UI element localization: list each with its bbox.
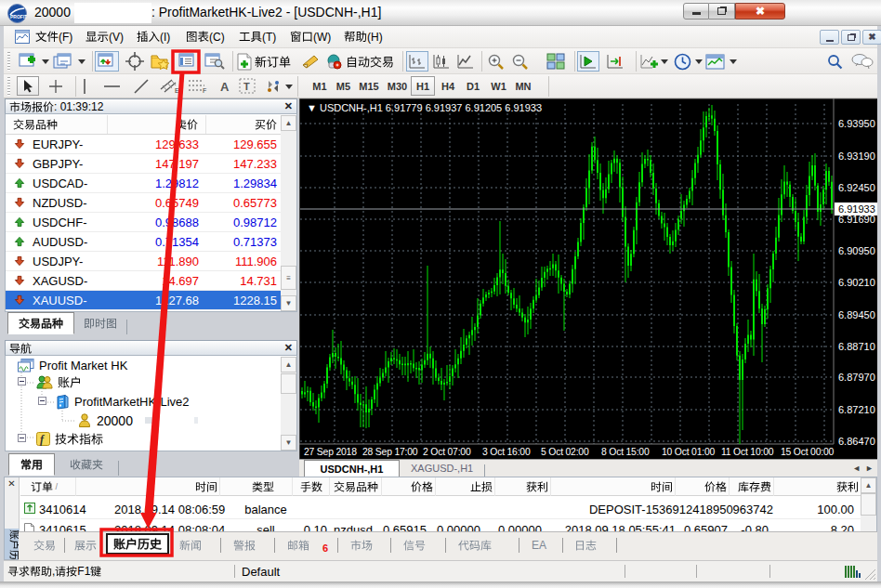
svg-text:3 Oct 16:00: 3 Oct 16:00 bbox=[482, 447, 531, 457]
svg-text:A: A bbox=[220, 80, 230, 93]
svg-text:6.87970: 6.87970 bbox=[838, 372, 875, 383]
svg-text:6.92450: 6.92450 bbox=[838, 182, 875, 193]
svg-text:E: E bbox=[175, 87, 179, 94]
svg-text:6.91933: 6.91933 bbox=[838, 203, 875, 215]
svg-text:6.93950: 6.93950 bbox=[838, 118, 875, 129]
svg-text:6.86470: 6.86470 bbox=[838, 436, 875, 447]
svg-text:2 Oct 07:00: 2 Oct 07:00 bbox=[423, 447, 471, 457]
svg-text:15 Oct 00:00: 15 Oct 00:00 bbox=[781, 447, 835, 457]
svg-text:6.88710: 6.88710 bbox=[838, 341, 875, 352]
svg-text:6.93190: 6.93190 bbox=[838, 150, 875, 162]
svg-text:28 Sep 17:00: 28 Sep 17:00 bbox=[362, 447, 418, 457]
svg-text:8 Oct 15:00: 8 Oct 15:00 bbox=[601, 447, 650, 457]
svg-text:6.90210: 6.90210 bbox=[838, 277, 875, 288]
svg-text:F: F bbox=[203, 87, 206, 94]
svg-text:▼ USDCNH-,H1 6.91779 6.91937: ▼ USDCNH-,H1 6.91779 6.91937 6.91205 6.9… bbox=[307, 102, 542, 113]
svg-text:T: T bbox=[243, 81, 250, 92]
svg-text:11 Oct 10:00: 11 Oct 10:00 bbox=[721, 447, 774, 457]
svg-text:6.90950: 6.90950 bbox=[838, 245, 875, 256]
svg-text:6.89450: 6.89450 bbox=[838, 309, 875, 320]
svg-text:27 Sep 2018: 27 Sep 2018 bbox=[304, 447, 357, 457]
svg-text:PROFIT: PROFIT bbox=[10, 14, 27, 20]
svg-text:10 Oct 01:00: 10 Oct 01:00 bbox=[662, 447, 716, 457]
svg-text:6.87210: 6.87210 bbox=[838, 404, 875, 415]
svg-text:5 Oct 02:00: 5 Oct 02:00 bbox=[541, 447, 589, 457]
